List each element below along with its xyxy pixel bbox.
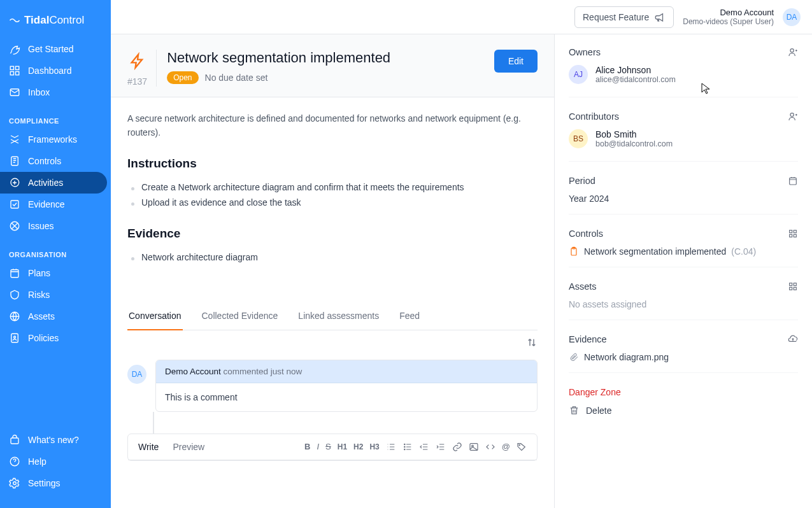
tab-linked-assessments[interactable]: Linked assessments <box>297 303 380 330</box>
comment-avatar: DA <box>127 365 146 384</box>
nav-label: Get Started <box>28 44 74 54</box>
sidebar-item-frameworks[interactable]: Frameworks <box>0 129 111 150</box>
svg-rect-8 <box>11 270 18 278</box>
indent-icon[interactable] <box>436 442 446 452</box>
add-contributor-icon[interactable] <box>788 111 798 122</box>
sidebar-item-inbox[interactable]: Inbox <box>0 81 111 103</box>
link-icon[interactable] <box>452 442 462 452</box>
svg-rect-24 <box>790 230 792 233</box>
svg-rect-30 <box>790 283 792 286</box>
h2-button[interactable]: H2 <box>353 442 363 451</box>
contributor-email: bob@tidalcontrol.com <box>595 139 673 148</box>
request-feature-button[interactable]: Request Feature <box>574 6 674 28</box>
sidebar-item-evidence[interactable]: Evidence <box>0 194 111 215</box>
evidence-file-link[interactable]: Network diagram.png <box>569 352 798 362</box>
account-sub: Demo-videos (Super User) <box>683 17 774 26</box>
sidebar-item-policies[interactable]: Policies <box>0 327 111 349</box>
nav-label: Plans <box>28 268 50 278</box>
control-name: Network segmentation implemented <box>584 246 726 257</box>
svg-point-20 <box>519 444 520 445</box>
nav-label: Evidence <box>28 199 65 209</box>
comment-box: Demo Account commented just now This is … <box>155 360 538 412</box>
paperclip-icon <box>569 352 579 362</box>
add-owner-icon[interactable] <box>788 47 798 57</box>
owner-person[interactable]: AJ Alice Johnson alice@tidalcontrol.com <box>569 65 798 84</box>
sidebar-item-controls[interactable]: Controls <box>0 150 111 172</box>
sidebar-item-settings[interactable]: Settings <box>0 472 111 494</box>
due-date: No due date set <box>205 73 268 83</box>
nav-label: Help <box>28 456 46 467</box>
tab-collected-evidence[interactable]: Collected Evidence <box>201 303 280 330</box>
h3-button[interactable]: H3 <box>369 442 379 451</box>
brand-bold: Tidal <box>24 14 49 26</box>
contributor-avatar: BS <box>569 129 588 148</box>
image-icon[interactable] <box>469 442 479 452</box>
nav-label: Issues <box>28 221 53 231</box>
nav-label: Settings <box>28 478 61 488</box>
svg-rect-2 <box>10 72 13 75</box>
calendar-icon[interactable] <box>788 176 798 186</box>
tab-conversation[interactable]: Conversation <box>127 303 183 330</box>
svg-point-16 <box>404 446 404 447</box>
code-icon[interactable] <box>485 442 495 452</box>
svg-rect-0 <box>10 66 13 69</box>
h1-button[interactable]: H1 <box>338 442 347 451</box>
svg-rect-25 <box>794 230 796 233</box>
tag-icon[interactable] <box>516 442 527 452</box>
sidebar-item-plans[interactable]: Plans <box>0 262 111 284</box>
editor-tab-write[interactable]: Write <box>138 442 159 452</box>
evidence-heading: Evidence <box>127 227 538 241</box>
mention-icon[interactable]: @ <box>502 442 510 451</box>
sidebar-item-risks[interactable]: Risks <box>0 284 111 306</box>
brand-logo[interactable]: TidalControl <box>0 8 111 38</box>
upload-icon[interactable] <box>788 334 798 344</box>
instruction-item: Create a Network architecture diagram an… <box>127 180 538 195</box>
evidence-file-name: Network diagram.png <box>584 352 669 362</box>
sidebar-item-get-started[interactable]: Get Started <box>0 38 111 60</box>
sidebar-item-activities[interactable]: Activities <box>0 172 107 194</box>
owner-avatar: AJ <box>569 65 588 84</box>
contributor-person[interactable]: BS Bob Smith bob@tidalcontrol.com <box>569 129 798 148</box>
bullet-list-icon[interactable] <box>402 442 413 452</box>
trash-icon <box>569 405 580 416</box>
activity-title: Network segmentation implemented <box>167 50 484 66</box>
ordered-list-icon[interactable] <box>386 442 396 452</box>
edit-button[interactable]: Edit <box>494 50 538 73</box>
sidebar-item-help[interactable]: Help <box>0 451 111 472</box>
owners-label: Owners <box>569 47 601 57</box>
avatar[interactable]: DA <box>783 8 801 26</box>
strike-icon[interactable]: S <box>325 442 331 451</box>
evidence-label: Evidence <box>569 334 607 344</box>
svg-rect-27 <box>794 234 796 237</box>
delete-button[interactable]: Delete <box>569 405 798 416</box>
editor-tab-preview[interactable]: Preview <box>173 442 204 452</box>
sidebar-item-dashboard[interactable]: Dashboard <box>0 60 111 81</box>
svg-point-22 <box>790 113 794 116</box>
sidebar-item-issues[interactable]: Issues <box>0 215 111 237</box>
timeline-line <box>153 412 154 434</box>
svg-rect-31 <box>794 283 796 286</box>
account-name: Demo Account <box>683 8 774 17</box>
sort-icon[interactable] <box>526 337 538 348</box>
nav-label: What's new? <box>28 435 79 445</box>
svg-point-14 <box>13 482 17 485</box>
brand-rest: Control <box>49 14 84 26</box>
nav-label: Dashboard <box>28 66 72 76</box>
svg-rect-33 <box>794 287 796 290</box>
sidebar-item-assets[interactable]: Assets <box>0 306 111 327</box>
account-info[interactable]: Demo Account Demo-videos (Super User) <box>683 8 774 26</box>
instructions-heading: Instructions <box>127 157 538 171</box>
comment-editor[interactable]: Write Preview B I S H1 H2 H3 <box>127 434 538 461</box>
grid-icon[interactable] <box>788 281 798 292</box>
nav-heading-compliance: COMPLIANCE <box>0 109 111 129</box>
tab-feed[interactable]: Feed <box>398 303 421 330</box>
bold-icon[interactable]: B <box>304 442 310 451</box>
nav-label: Activities <box>28 178 63 188</box>
control-link[interactable]: Network segmentation implemented (C.04) <box>569 246 798 257</box>
outdent-icon[interactable] <box>419 442 429 452</box>
italic-icon[interactable]: I <box>317 442 319 451</box>
contributor-name: Bob Smith <box>595 129 673 139</box>
sidebar-item-whats-new[interactable]: What's new? <box>0 429 111 451</box>
svg-point-11 <box>14 336 16 338</box>
grid-icon[interactable] <box>788 229 798 239</box>
